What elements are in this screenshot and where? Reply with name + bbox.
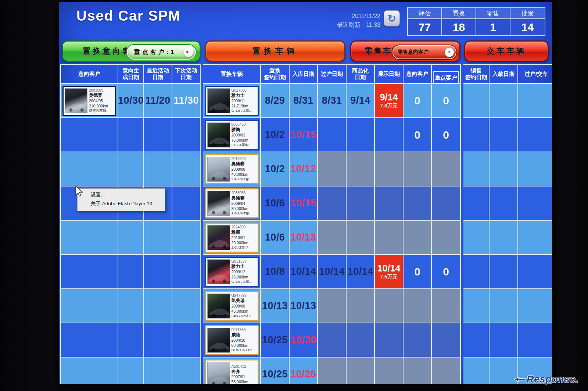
car-trim: 2.0-AT豪华.: [232, 245, 257, 250]
stock-in-date-cell: 10/26: [290, 358, 318, 384]
stats-summary: 评估置换零售批发7718114: [407, 7, 545, 36]
intent-customer-count-cell: [404, 186, 432, 221]
car-id: G247799: [232, 293, 257, 298]
flash-context-menu: 设置...关于 Adobe Flash Player 10...: [77, 188, 165, 211]
customer-cell: [60, 152, 118, 186]
intent-customer-count-cell: [404, 323, 432, 358]
exchange-sign-date-cell: 10/25: [261, 358, 290, 384]
date-value: 10/25: [262, 334, 288, 346]
vehicle-card[interactable]: 2035056奥德赛2009/0430,000km2.4-A/MT象..: [205, 188, 259, 218]
car-year: 2009/12: [232, 270, 257, 275]
vehicle-card[interactable]: G027500雅力士2009/1121,719kmG-1.5-AT精..: [205, 86, 259, 116]
row-separator: [201, 84, 203, 118]
car-mileage: 55,000km: [232, 380, 257, 384]
key-customer-count-cell: [432, 152, 461, 186]
next-activity-date-cell: [172, 152, 201, 186]
car-mileage: 21,719km: [232, 104, 257, 109]
date-value: 10/15: [290, 129, 316, 141]
customer-card[interactable]: 2003589奥德赛2004/05210,000km商贸汽车服..: [62, 86, 116, 116]
context-menu-item[interactable]: 关于 Adobe Flash Player 10...: [78, 199, 165, 208]
vehicle-card[interactable]: A501413奔奔2007/0155,000km: [205, 359, 259, 384]
date-value: 10/2: [265, 129, 285, 141]
intent-created-date-cell: [118, 255, 144, 289]
column-header: 过户/交车: [518, 64, 552, 84]
watermark-arrow-icon: [514, 377, 526, 382]
row-separator: [461, 289, 463, 323]
car-info: G027500雅力士2009/1121,719kmG-1.5-AT精..: [230, 88, 257, 113]
car-year: 2009/11: [232, 99, 257, 104]
car-id: 2024509: [232, 225, 257, 230]
vehicle-card[interactable]: G247799凯美瑞2008/0845,000km240G-Navi-2...: [205, 291, 259, 321]
customer-cell: [60, 255, 118, 289]
customer-cell: [60, 323, 118, 358]
date-value: 8/29: [265, 95, 285, 106]
column-header: 入库日期: [290, 64, 318, 84]
car-photo: [65, 88, 87, 113]
exchange-intent-customers-button[interactable]: 置换意向客户 重点客户:1 ▼: [62, 40, 201, 62]
header-date-block: 2011/11/22 最近刷新11:33: [300, 12, 380, 29]
retail-intent-customers-dropdown[interactable]: 零售意向客户 ▼: [392, 45, 456, 59]
stock-in-date-cell: 8/31: [290, 84, 318, 118]
context-menu-item[interactable]: 设置...: [78, 191, 165, 199]
vehicle-cell: 8005450雅阁2009/0375,000km2.0-AT豪华.: [203, 118, 261, 152]
payment-date-cell: [490, 186, 518, 221]
intent-customer-count-cell: 0: [404, 118, 432, 152]
column-header: 展示日期: [375, 64, 404, 84]
car-model: 雅阁: [232, 127, 257, 133]
dropdown-arrow-icon: ▼: [445, 48, 454, 57]
column-header: 过户日期: [318, 64, 347, 84]
delivery-vehicles-label: 交车车辆: [487, 46, 526, 56]
row-separator: [201, 323, 203, 358]
count-value: 0: [414, 129, 420, 141]
last-activity-date-cell: [144, 289, 172, 323]
intent-customer-count-cell: [404, 152, 432, 186]
intent-customer-count-cell: [404, 221, 432, 255]
commercialize-date-cell: 9/14: [347, 84, 375, 118]
vehicle-card[interactable]: 0071559威驰2004/1080,000kmDLX-1.3-ATC.: [205, 325, 259, 355]
sales-sign-date-cell: [463, 221, 490, 255]
car-trim: 2.4-A/MT象..: [232, 177, 257, 181]
car-model: 凯美瑞: [232, 298, 257, 304]
date-value: 10/30: [290, 334, 316, 346]
stock-in-date-cell: 10/15: [290, 186, 318, 221]
retail-vehicles-button[interactable]: 零售车辆 零售意向客户 ▼: [350, 40, 460, 62]
car-photo: [207, 225, 230, 250]
car-trim: 240G-Navi-2...: [232, 314, 257, 318]
next-activity-date-cell: 11/30: [172, 84, 201, 118]
stock-in-date-cell: 10/13: [290, 221, 318, 255]
exchange-vehicles-button[interactable]: 置换车辆: [205, 40, 345, 62]
transfer-date-cell: [318, 152, 347, 186]
sales-sign-date-cell: [463, 186, 490, 221]
payment-date-cell: [490, 84, 518, 118]
delivery-vehicles-button[interactable]: 交车车辆: [464, 40, 549, 62]
car-trim: G-1.5-AT精..: [232, 109, 257, 113]
customer-cell: [60, 289, 118, 323]
handover-date-cell: [518, 118, 552, 152]
key-customer-count-cell: [432, 323, 461, 358]
vehicle-card[interactable]: 2024509雅阁2010/0120,000km2.0-AT豪华.: [205, 223, 259, 253]
vehicle-card[interactable]: G031337雅力士2009/1225,000kmG-1.6-AT精..: [205, 257, 259, 287]
vehicle-card[interactable]: 2018628奥德赛2008/0840,000km2.4-A/MT象..: [205, 154, 259, 184]
row-separator: [461, 84, 463, 118]
watermark: Response.: [514, 374, 578, 385]
date-value: 10/12: [290, 163, 316, 175]
car-year: 2004/10: [232, 338, 257, 343]
date-value: 10/25: [262, 369, 288, 380]
display-date-cell: [375, 221, 404, 255]
transfer-date-cell: 8/31: [318, 84, 347, 118]
key-customers-dropdown[interactable]: 重点客户:1 ▼: [127, 45, 196, 60]
display-date-cell: [375, 186, 404, 221]
transfer-date-cell: [318, 323, 347, 358]
refresh-label: 最近刷新: [337, 22, 360, 28]
car-id: 2018628: [232, 156, 257, 161]
key-customer-count-cell: [432, 358, 461, 384]
row-separator: [461, 118, 463, 152]
car-trim: 2.4-A/MT象..: [232, 211, 257, 216]
intent-created-date-cell: [118, 323, 144, 358]
vehicle-card[interactable]: 8005450雅阁2009/0375,000km2.0-AT豪华.: [205, 120, 259, 150]
column-header: 意向客户: [60, 64, 118, 84]
key-customer-count-cell: 0: [432, 255, 461, 289]
page-title: Used Car SPM: [76, 8, 181, 24]
last-activity-date-cell: [144, 118, 172, 152]
refresh-icon[interactable]: ↻: [384, 10, 400, 26]
